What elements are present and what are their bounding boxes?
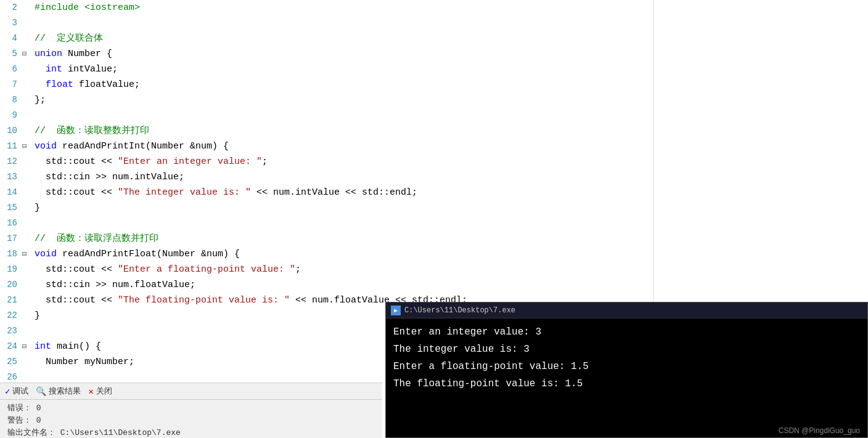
code-content: }; <box>32 93 653 108</box>
code-line: 19 std::cout << "Enter a floating-point … <box>0 262 653 277</box>
fold-icon <box>22 293 32 308</box>
fold-icon <box>22 31 32 46</box>
line-number: 12 <box>0 154 22 169</box>
line-number: 20 <box>0 277 22 292</box>
terminal-titlebar: ▶ C:\Users\11\Desktop\7.exe <box>386 302 867 318</box>
line-number: 11 <box>0 139 22 153</box>
code-line: 6 int intValue; <box>0 62 653 77</box>
code-line: 2 #include <iostream> <box>0 0 653 15</box>
line-number: 25 <box>0 354 22 369</box>
line-number: 14 <box>0 185 22 200</box>
code-line: 7 float floatValue; <box>0 77 653 92</box>
fold-icon[interactable]: ⊟ <box>22 339 32 354</box>
line-number: 23 <box>0 323 22 338</box>
code-line: 9 <box>0 108 653 123</box>
output-status: 输出文件名： C:\Users\11\Desktop\7.exe <box>7 427 375 438</box>
fold-icon <box>22 262 32 277</box>
terminal-body: Enter an integer value: 3The integer val… <box>386 318 867 397</box>
line-number: 10 <box>0 123 22 138</box>
terminal-window: ▶ C:\Users\11\Desktop\7.exe Enter an int… <box>385 302 868 438</box>
line-number: 24 <box>0 339 22 354</box>
line-number: 19 <box>0 262 22 277</box>
line-number: 15 <box>0 200 22 215</box>
code-content: std::cin >> num.floatValue; <box>32 278 653 293</box>
terminal-icon: ▶ <box>391 306 401 315</box>
fold-icon <box>22 78 32 92</box>
code-line: 4 // 定义联合体 <box>0 31 653 46</box>
line-number: 5 <box>0 46 22 61</box>
bottom-toolbar: ✓调试🔍搜索结果✕关闭 错误： 0 警告： 0 输出文件名： C:\Users\… <box>0 383 382 438</box>
tab-icon-2: ✕ <box>88 386 93 397</box>
tab-icon-1: 🔍 <box>36 386 46 397</box>
code-content: // 函数：读取浮点数并打印 <box>32 232 653 246</box>
fold-icon <box>22 93 32 108</box>
terminal-line: The floating-point value is: 1.5 <box>393 375 860 392</box>
line-number: 22 <box>0 308 22 323</box>
code-content: // 函数：读取整数并打印 <box>32 124 653 139</box>
fold-icon[interactable]: ⊟ <box>22 139 32 154</box>
tab-label-1: 搜索结果 <box>49 386 81 397</box>
status-area: 错误： 0 警告： 0 输出文件名： C:\Users\11\Desktop\7… <box>0 400 382 438</box>
terminal-watermark: CSDN @PingdiGuo_guo <box>779 426 860 435</box>
line-number: 8 <box>0 92 22 107</box>
terminal-line: The integer value is: 3 <box>393 341 860 358</box>
code-content: void readAndPrintFloat(Number &num) { <box>32 247 653 262</box>
fold-icon <box>22 170 32 185</box>
line-number: 21 <box>0 293 22 307</box>
fold-icon <box>22 16 32 31</box>
line-number: 3 <box>0 15 22 30</box>
code-content: void readAndPrintInt(Number &num) { <box>32 139 653 154</box>
line-number: 7 <box>0 77 22 92</box>
terminal-line: Enter an integer value: 3 <box>393 323 860 341</box>
fold-icon <box>22 309 32 323</box>
line-number: 9 <box>0 108 22 123</box>
line-number: 13 <box>0 169 22 184</box>
tab-label-2: 关闭 <box>96 386 112 397</box>
tab-label-0: 调试 <box>12 386 28 397</box>
tab-调试[interactable]: ✓调试 <box>5 386 28 397</box>
fold-icon <box>22 1 32 15</box>
fold-icon <box>22 124 32 139</box>
tab-关闭[interactable]: ✕关闭 <box>88 386 112 397</box>
terminal-line: Enter a floating-point value: 1.5 <box>393 358 860 375</box>
code-content: std::cout << "Enter a floating-point val… <box>32 262 653 277</box>
code-content: std::cin >> num.intValue; <box>32 170 653 185</box>
code-line: 10 // 函数：读取整数并打印 <box>0 123 653 139</box>
code-line: 12 std::cout << "Enter an integer value:… <box>0 154 653 169</box>
code-line: 8 }; <box>0 92 653 108</box>
code-line: 14 std::cout << "The integer value is: "… <box>0 185 653 200</box>
line-number: 18 <box>0 246 22 261</box>
fold-icon <box>22 216 32 231</box>
fold-icon <box>22 108 32 123</box>
code-line: 20 std::cin >> num.floatValue; <box>0 277 653 293</box>
toolbar-tabs: ✓调试🔍搜索结果✕关闭 <box>0 383 382 400</box>
error-status: 错误： 0 <box>7 402 375 415</box>
fold-icon <box>22 155 32 169</box>
fold-icon <box>22 185 32 200</box>
code-line: 3 <box>0 15 653 31</box>
code-content: union Number { <box>32 47 653 62</box>
line-number: 6 <box>0 62 22 76</box>
code-line: 11⊟void readAndPrintInt(Number &num) { <box>0 139 653 154</box>
fold-icon[interactable]: ⊟ <box>22 47 32 62</box>
fold-icon <box>22 201 32 216</box>
line-number: 17 <box>0 231 22 246</box>
code-content: // 定义联合体 <box>32 31 653 46</box>
code-content: std::cout << "Enter an integer value: "; <box>32 155 653 169</box>
line-number: 4 <box>0 31 22 46</box>
code-line: 17 // 函数：读取浮点数并打印 <box>0 231 653 246</box>
code-content: } <box>32 201 653 216</box>
code-content: int intValue; <box>32 62 653 77</box>
fold-icon <box>22 62 32 77</box>
tab-搜索结果[interactable]: 🔍搜索结果 <box>36 386 81 397</box>
line-number: 2 <box>0 0 22 15</box>
fold-icon[interactable]: ⊟ <box>22 247 32 262</box>
code-content: float floatValue; <box>32 78 653 92</box>
line-number: 16 <box>0 216 22 230</box>
code-content: #include <iostream> <box>32 1 653 15</box>
code-line: 5⊟union Number { <box>0 46 653 62</box>
warning-status: 警告： 0 <box>7 415 375 427</box>
fold-icon <box>22 324 32 339</box>
terminal-title: C:\Users\11\Desktop\7.exe <box>404 306 515 315</box>
code-line: 13 std::cin >> num.intValue; <box>0 169 653 185</box>
